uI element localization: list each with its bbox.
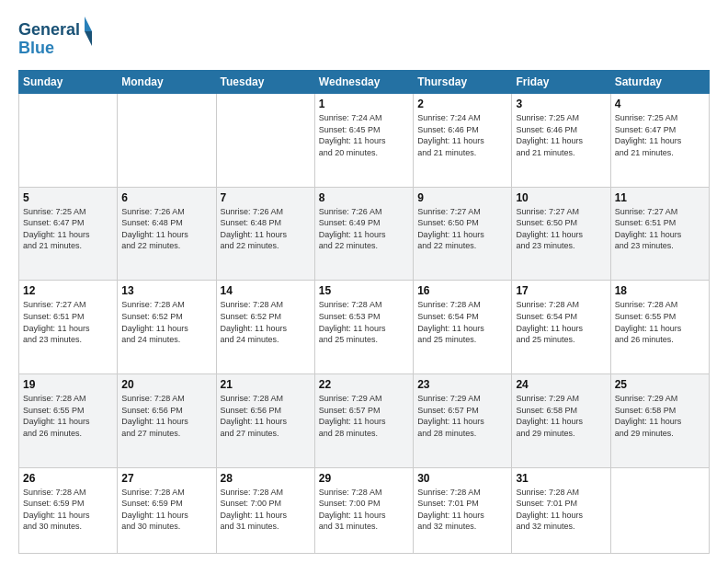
calendar-week-row: 12Sunrise: 7:27 AMSunset: 6:51 PMDayligh… (19, 281, 710, 374)
day-number: 22 (319, 378, 409, 391)
day-info: Sunrise: 7:24 AMSunset: 6:45 PMDaylight:… (319, 112, 409, 158)
day-info: Sunrise: 7:28 AMSunset: 6:56 PMDaylight:… (221, 393, 311, 439)
calendar-cell: 7Sunrise: 7:26 AMSunset: 6:48 PMDaylight… (216, 187, 314, 281)
calendar-header-monday: Monday (118, 71, 216, 94)
calendar-cell: 14Sunrise: 7:28 AMSunset: 6:52 PMDayligh… (216, 281, 314, 374)
svg-marker-3 (85, 31, 92, 46)
day-number: 21 (221, 378, 311, 391)
calendar-header-tuesday: Tuesday (216, 71, 314, 94)
day-info: Sunrise: 7:28 AMSunset: 6:59 PMDaylight:… (23, 487, 113, 533)
day-number: 13 (121, 284, 211, 297)
calendar-cell: 30Sunrise: 7:28 AMSunset: 7:01 PMDayligh… (414, 467, 512, 553)
calendar-cell: 3Sunrise: 7:25 AMSunset: 6:46 PMDaylight… (512, 94, 610, 188)
calendar-cell: 27Sunrise: 7:28 AMSunset: 6:59 PMDayligh… (118, 467, 216, 553)
calendar-cell: 23Sunrise: 7:29 AMSunset: 6:57 PMDayligh… (414, 374, 512, 468)
calendar-header-friday: Friday (512, 71, 610, 94)
calendar-week-row: 19Sunrise: 7:28 AMSunset: 6:55 PMDayligh… (19, 374, 710, 468)
calendar-cell: 10Sunrise: 7:27 AMSunset: 6:50 PMDayligh… (512, 187, 610, 281)
calendar-cell: 28Sunrise: 7:28 AMSunset: 7:00 PMDayligh… (216, 467, 314, 553)
logo-icon: General Blue (18, 15, 92, 61)
calendar-cell: 16Sunrise: 7:28 AMSunset: 6:54 PMDayligh… (414, 281, 512, 374)
day-info: Sunrise: 7:28 AMSunset: 6:56 PMDaylight:… (121, 393, 211, 439)
day-number: 24 (516, 378, 606, 391)
day-number: 5 (23, 191, 113, 204)
calendar-cell: 4Sunrise: 7:25 AMSunset: 6:47 PMDaylight… (610, 94, 709, 188)
logo: General Blue (18, 15, 94, 61)
day-number: 15 (319, 284, 409, 297)
day-info: Sunrise: 7:28 AMSunset: 6:52 PMDaylight:… (121, 299, 211, 345)
calendar-cell: 22Sunrise: 7:29 AMSunset: 6:57 PMDayligh… (314, 374, 413, 468)
day-number: 1 (319, 98, 409, 110)
calendar-cell: 31Sunrise: 7:28 AMSunset: 7:01 PMDayligh… (512, 467, 610, 553)
svg-text:General: General (18, 20, 80, 39)
day-info: Sunrise: 7:27 AMSunset: 6:50 PMDaylight:… (417, 206, 507, 252)
page: General Blue SundayMondayTuesdayWednesda… (0, 0, 728, 563)
calendar-cell (216, 94, 314, 188)
calendar-week-row: 1Sunrise: 7:24 AMSunset: 6:45 PMDaylight… (19, 94, 710, 188)
day-info: Sunrise: 7:28 AMSunset: 6:53 PMDaylight:… (319, 299, 409, 345)
day-number: 31 (516, 472, 606, 485)
svg-text:Blue: Blue (18, 39, 54, 57)
day-number: 11 (615, 191, 705, 204)
day-number: 25 (615, 378, 705, 391)
day-number: 28 (221, 472, 311, 485)
day-number: 9 (417, 191, 507, 204)
day-number: 6 (121, 191, 211, 204)
day-number: 29 (319, 472, 409, 485)
day-number: 19 (23, 378, 113, 391)
day-number: 14 (221, 284, 311, 297)
calendar-header-thursday: Thursday (414, 71, 512, 94)
calendar-cell (610, 467, 709, 553)
calendar-cell: 26Sunrise: 7:28 AMSunset: 6:59 PMDayligh… (19, 467, 118, 553)
day-number: 7 (221, 191, 311, 204)
calendar-cell (118, 94, 216, 188)
day-info: Sunrise: 7:29 AMSunset: 6:57 PMDaylight:… (417, 393, 507, 439)
day-info: Sunrise: 7:29 AMSunset: 6:57 PMDaylight:… (319, 393, 409, 439)
calendar-cell: 15Sunrise: 7:28 AMSunset: 6:53 PMDayligh… (314, 281, 413, 374)
day-info: Sunrise: 7:29 AMSunset: 6:58 PMDaylight:… (615, 393, 705, 439)
calendar-header-saturday: Saturday (610, 71, 709, 94)
day-info: Sunrise: 7:28 AMSunset: 7:00 PMDaylight:… (221, 487, 311, 533)
day-info: Sunrise: 7:25 AMSunset: 6:47 PMDaylight:… (615, 112, 705, 158)
calendar-cell: 21Sunrise: 7:28 AMSunset: 6:56 PMDayligh… (216, 374, 314, 468)
calendar-cell: 29Sunrise: 7:28 AMSunset: 7:00 PMDayligh… (314, 467, 413, 553)
calendar-cell: 18Sunrise: 7:28 AMSunset: 6:55 PMDayligh… (610, 281, 709, 374)
day-number: 2 (417, 98, 507, 110)
header: General Blue (18, 15, 710, 61)
day-number: 26 (23, 472, 113, 485)
day-number: 30 (417, 472, 507, 485)
calendar-cell: 24Sunrise: 7:29 AMSunset: 6:58 PMDayligh… (512, 374, 610, 468)
calendar-cell (19, 94, 118, 188)
day-number: 16 (417, 284, 507, 297)
calendar-cell: 17Sunrise: 7:28 AMSunset: 6:54 PMDayligh… (512, 281, 610, 374)
day-info: Sunrise: 7:26 AMSunset: 6:49 PMDaylight:… (319, 206, 409, 252)
day-info: Sunrise: 7:29 AMSunset: 6:58 PMDaylight:… (516, 393, 606, 439)
svg-marker-2 (85, 17, 92, 31)
day-info: Sunrise: 7:28 AMSunset: 6:59 PMDaylight:… (121, 487, 211, 533)
calendar-cell: 1Sunrise: 7:24 AMSunset: 6:45 PMDaylight… (314, 94, 413, 188)
calendar-cell: 12Sunrise: 7:27 AMSunset: 6:51 PMDayligh… (19, 281, 118, 374)
day-info: Sunrise: 7:26 AMSunset: 6:48 PMDaylight:… (121, 206, 211, 252)
calendar-header-row: SundayMondayTuesdayWednesdayThursdayFrid… (19, 71, 710, 94)
day-number: 20 (121, 378, 211, 391)
day-info: Sunrise: 7:28 AMSunset: 6:55 PMDaylight:… (615, 299, 705, 345)
day-number: 12 (23, 284, 113, 297)
calendar-cell: 13Sunrise: 7:28 AMSunset: 6:52 PMDayligh… (118, 281, 216, 374)
calendar-header-sunday: Sunday (19, 71, 118, 94)
day-number: 8 (319, 191, 409, 204)
calendar-cell: 6Sunrise: 7:26 AMSunset: 6:48 PMDaylight… (118, 187, 216, 281)
day-info: Sunrise: 7:27 AMSunset: 6:51 PMDaylight:… (23, 299, 113, 345)
day-info: Sunrise: 7:28 AMSunset: 7:00 PMDaylight:… (319, 487, 409, 533)
calendar-cell: 2Sunrise: 7:24 AMSunset: 6:46 PMDaylight… (414, 94, 512, 188)
calendar-cell: 9Sunrise: 7:27 AMSunset: 6:50 PMDaylight… (414, 187, 512, 281)
day-info: Sunrise: 7:25 AMSunset: 6:46 PMDaylight:… (516, 112, 606, 158)
day-info: Sunrise: 7:27 AMSunset: 6:50 PMDaylight:… (516, 206, 606, 252)
day-number: 23 (417, 378, 507, 391)
day-info: Sunrise: 7:27 AMSunset: 6:51 PMDaylight:… (615, 206, 705, 252)
day-info: Sunrise: 7:28 AMSunset: 6:55 PMDaylight:… (23, 393, 113, 439)
calendar-week-row: 5Sunrise: 7:25 AMSunset: 6:47 PMDaylight… (19, 187, 710, 281)
day-info: Sunrise: 7:28 AMSunset: 7:01 PMDaylight:… (516, 487, 606, 533)
day-info: Sunrise: 7:24 AMSunset: 6:46 PMDaylight:… (417, 112, 507, 158)
day-info: Sunrise: 7:28 AMSunset: 7:01 PMDaylight:… (417, 487, 507, 533)
day-number: 18 (615, 284, 705, 297)
